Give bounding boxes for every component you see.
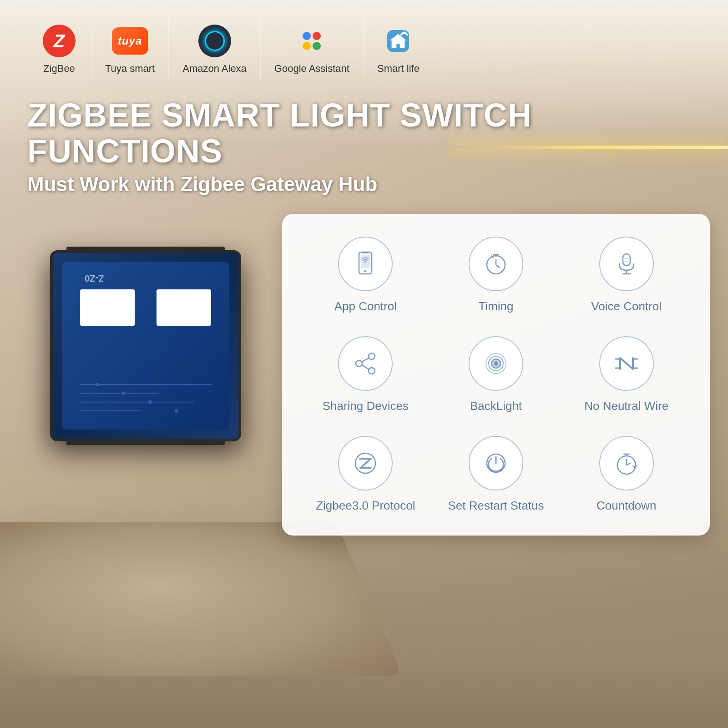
svg-point-11 xyxy=(364,270,367,273)
logo-zigbee: Z ZigBee xyxy=(27,18,91,79)
feature-label-sharing: Sharing Devices xyxy=(323,399,409,413)
svg-point-27 xyxy=(494,361,498,366)
countdown-icon xyxy=(613,450,640,477)
feature-circle-voice xyxy=(599,237,654,291)
logos-bar: Z ZigBee tuya Tuya smart Amazon Alexa xyxy=(0,0,728,88)
svg-point-20 xyxy=(356,360,362,367)
google-dot-yellow xyxy=(303,42,311,50)
board-clips-bottom xyxy=(66,439,225,445)
svg-point-8 xyxy=(175,409,178,413)
svg-point-21 xyxy=(369,368,375,374)
no-neutral-wire-icon xyxy=(613,350,640,377)
board-clips-top xyxy=(66,247,225,253)
feature-countdown[interactable]: Countdown xyxy=(570,436,682,513)
feature-circle-neutral xyxy=(599,336,654,391)
svg-point-12 xyxy=(364,261,366,263)
zigbee-circle: Z xyxy=(43,25,76,57)
smartlife-house-icon xyxy=(382,25,415,57)
svg-rect-14 xyxy=(623,254,630,266)
smartlife-logo-icon xyxy=(380,23,416,59)
feature-restart[interactable]: Set Restart Status xyxy=(440,436,552,513)
feature-label-no-neutral: No Neutral Wire xyxy=(584,399,668,413)
feature-backlight[interactable]: BackLight xyxy=(440,336,552,413)
features-card: App Control Timing xyxy=(282,214,710,536)
board-inner: Z-Z0 xyxy=(62,262,229,430)
svg-point-19 xyxy=(369,353,375,359)
google-dots-mark xyxy=(300,32,324,50)
alexa-ring xyxy=(205,31,225,51)
feature-label-restart: Set Restart Status xyxy=(448,499,544,513)
device-photo-section: Z-Z0 xyxy=(27,214,264,569)
feature-label-voice-control: Voice Control xyxy=(591,299,662,313)
feature-zigbee-protocol[interactable]: Zigbee3.0 Protocol xyxy=(309,436,422,513)
feature-label-countdown: Countdown xyxy=(597,499,657,513)
smartlife-label: Smart life xyxy=(377,63,420,75)
backlight-icon xyxy=(482,350,510,377)
microphone-icon xyxy=(613,250,640,278)
alexa-label: Amazon Alexa xyxy=(182,63,247,75)
main-layout: Z-Z0 xyxy=(0,196,728,569)
headline-sub-text: Must Work with Zigbee Gateway Hub xyxy=(27,173,701,196)
zigbee-label: ZigBee xyxy=(43,63,75,75)
feature-circle-zigbee xyxy=(338,436,393,490)
feature-label-timing: Timing xyxy=(478,299,513,313)
feature-no-neutral[interactable]: No Neutral Wire xyxy=(570,336,682,413)
circuit-traces-svg xyxy=(71,375,220,420)
feature-circle-restart xyxy=(469,436,523,490)
page-content: Z ZigBee tuya Tuya smart Amazon Alexa xyxy=(0,0,728,728)
logo-google: Google Assistant xyxy=(261,18,364,79)
headline-main-text: ZIGBEE SMART LIGHT SWITCH FUNCTIONS xyxy=(27,97,701,169)
board-model-text: Z-Z0 xyxy=(85,273,104,283)
tuya-logo-icon: tuya xyxy=(112,23,148,59)
feature-circle-app-control xyxy=(338,237,393,291)
feature-label-zigbee-protocol: Zigbee3.0 Protocol xyxy=(316,499,415,513)
clock-icon xyxy=(482,250,510,278)
google-dot-green xyxy=(313,42,321,50)
zigbee-logo-icon: Z xyxy=(41,23,77,59)
board-label-left xyxy=(80,289,135,326)
google-logo-icon xyxy=(293,23,330,59)
google-label: Google Assistant xyxy=(274,63,349,75)
logo-smartlife: Smart life xyxy=(364,18,433,79)
feature-label-backlight: BackLight xyxy=(470,399,522,413)
feature-sharing[interactable]: Sharing Devices xyxy=(309,336,422,413)
logo-tuya: tuya Tuya smart xyxy=(91,18,169,79)
feature-label-app-control: App Control xyxy=(334,299,397,313)
google-dot-red xyxy=(313,32,321,40)
google-dot-blue xyxy=(303,32,311,40)
power-icon xyxy=(482,450,510,477)
alexa-circle-mark xyxy=(198,25,231,57)
svg-point-5 xyxy=(96,383,99,387)
svg-point-7 xyxy=(148,400,152,404)
svg-line-22 xyxy=(362,358,369,362)
svg-line-23 xyxy=(362,365,369,369)
zigbee-z-letter: Z xyxy=(54,31,65,51)
logo-alexa: Amazon Alexa xyxy=(169,18,261,79)
svg-point-6 xyxy=(122,392,126,395)
feature-circle-countdown xyxy=(599,436,654,490)
feature-circle-backlight xyxy=(469,336,523,391)
alexa-logo-icon xyxy=(197,23,233,59)
feature-circle-sharing xyxy=(338,336,393,391)
feature-circle-timing xyxy=(469,237,523,291)
tuya-label: Tuya smart xyxy=(105,63,155,75)
feature-timing[interactable]: Timing xyxy=(440,237,552,313)
circuit-board: Z-Z0 xyxy=(50,250,241,441)
share-icon xyxy=(352,350,379,377)
tuya-logo-mark: tuya xyxy=(112,27,148,55)
features-grid: App Control Timing xyxy=(309,237,682,513)
board-label-right xyxy=(157,289,211,326)
phone-icon xyxy=(352,250,379,278)
feature-app-control[interactable]: App Control xyxy=(309,237,422,313)
zigbee-protocol-icon xyxy=(352,450,379,477)
headline-section: ZIGBEE SMART LIGHT SWITCH FUNCTIONS Must… xyxy=(0,88,728,196)
feature-voice-control[interactable]: Voice Control xyxy=(570,237,682,313)
